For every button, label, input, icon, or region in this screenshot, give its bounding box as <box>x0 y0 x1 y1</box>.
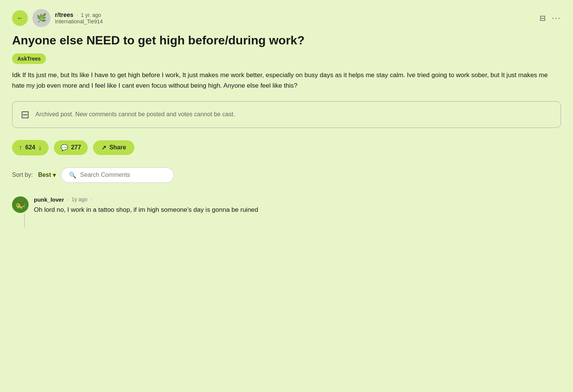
chevron-down-icon: ▾ <box>53 172 56 179</box>
dot-separator: · <box>76 12 78 18</box>
share-icon: ↗ <box>101 144 106 151</box>
share-label: Share <box>109 144 126 151</box>
action-bar: ↑ 624 ↓ 💬 277 ↗ Share <box>12 140 561 155</box>
comment-section: 🐢 punk_lover · 1y ago · Oh lord no, I wo… <box>12 196 561 228</box>
downvote-icon: ↓ <box>38 144 42 152</box>
search-comments-input[interactable] <box>80 172 166 178</box>
sort-select-button[interactable]: Best ▾ <box>38 172 56 179</box>
post-time: 1 yr. ago <box>81 12 101 18</box>
vote-button[interactable]: ↑ 624 ↓ <box>12 140 49 155</box>
back-button[interactable]: ← <box>12 10 28 26</box>
archive-icon[interactable]: ⊟ <box>539 14 546 23</box>
comment-bubble-icon: 💬 <box>61 144 68 151</box>
comment-author: punk_lover <box>34 196 64 203</box>
archived-notice: ⊟ Archived post. New comments cannot be … <box>12 101 561 128</box>
page-container: ← 🌿 r/trees · 1 yr. ago International_Ti… <box>0 0 573 392</box>
header-left: ← 🌿 r/trees · 1 yr. ago International_Ti… <box>12 9 103 27</box>
thread-line <box>24 213 25 228</box>
subreddit-and-time: r/trees · 1 yr. ago <box>55 12 103 18</box>
post-author: International_Tie914 <box>55 18 103 24</box>
upvote-icon: ↑ <box>19 144 22 152</box>
more-options-icon[interactable]: ··· <box>552 13 561 23</box>
subreddit-name: r/trees <box>55 12 73 18</box>
post-body: Idk If Its just me, but Its like I have … <box>12 70 561 90</box>
header-meta: r/trees · 1 yr. ago International_Tie914 <box>55 12 103 24</box>
tag-label: AskTrees <box>12 53 46 64</box>
archive-box-icon: ⊟ <box>21 108 29 121</box>
comments-button[interactable]: 💬 277 <box>54 140 88 155</box>
comment-content: punk_lover · 1y ago · Oh lord no, I work… <box>34 196 561 228</box>
search-icon: 🔍 <box>69 172 76 179</box>
comment-meta: punk_lover · 1y ago · <box>34 196 561 203</box>
comment-count: 277 <box>71 144 81 151</box>
search-comments-container: 🔍 <box>61 167 174 183</box>
sort-label-text: Sort by: <box>12 172 33 178</box>
comment-body: Oh lord no, I work in a tattoo shop, if … <box>34 205 561 215</box>
post-title: Anyone else NEED to get high before/duri… <box>12 33 561 47</box>
post-tag-badge[interactable]: AskTrees <box>12 53 561 70</box>
post-header: ← 🌿 r/trees · 1 yr. ago International_Ti… <box>12 9 561 27</box>
sort-bar: Sort by: Best ▾ 🔍 <box>12 167 561 183</box>
header-right: ⊟ ··· <box>539 13 561 23</box>
sort-current: Best <box>38 172 51 178</box>
comment-time: 1y ago <box>72 196 87 202</box>
comment-thread: 🐢 punk_lover · 1y ago · Oh lord no, I wo… <box>12 196 561 228</box>
vote-count: 624 <box>25 144 35 151</box>
archived-text: Archived post. New comments cannot be po… <box>35 111 235 118</box>
subreddit-avatar: 🌿 <box>32 9 50 27</box>
avatar: 🐢 <box>12 196 29 213</box>
share-button[interactable]: ↗ Share <box>93 140 134 155</box>
